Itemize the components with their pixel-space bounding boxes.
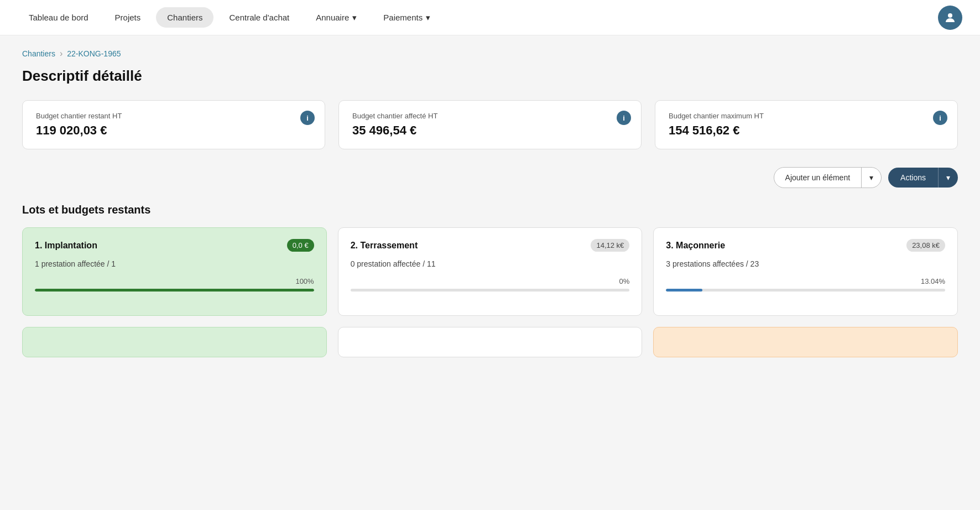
budget-affecte-label: Budget chantier affecté HT: [352, 112, 628, 120]
lot-card-partial-1: [22, 327, 327, 357]
lot-3-footer: 13.04%: [666, 277, 945, 292]
lot-3-badge: 23,08 k€: [906, 239, 945, 252]
budget-affecte-value: 35 496,54 €: [352, 123, 628, 138]
nav-tableau-de-bord[interactable]: Tableau de bord: [18, 7, 100, 28]
lot-2-subtitle: 0 prestation affectée / 11: [351, 259, 630, 268]
nav-centrale-achat[interactable]: Centrale d'achat: [218, 7, 300, 28]
lot-card-1-header: 1. Implantation 0,0 €: [35, 239, 314, 252]
budget-affecte-info-icon[interactable]: i: [617, 111, 631, 125]
actions-dropdown-icon[interactable]: ▾: [938, 168, 958, 188]
nav-projets[interactable]: Projets: [104, 7, 152, 28]
lot-3-title: 3. Maçonnerie: [666, 241, 725, 251]
lot-1-progress-fill: [35, 289, 314, 292]
budget-maximum-label: Budget chantier maximum HT: [669, 112, 944, 120]
budget-restant-label: Budget chantier restant HT: [36, 112, 311, 120]
lot-3-progress-fill: [666, 289, 702, 292]
lot-3-subtitle: 3 prestations affectées / 23: [666, 259, 945, 268]
budget-cards: Budget chantier restant HT 119 020,03 € …: [22, 100, 958, 149]
lot-2-percent: 0%: [351, 277, 630, 285]
chevron-down-icon: ▾: [426, 13, 430, 23]
breadcrumb-current: 22-KONG-1965: [67, 49, 121, 58]
lot-card-partial-3: [653, 327, 958, 357]
svg-point-0: [948, 13, 952, 18]
add-element-button[interactable]: Ajouter un élément ▾: [774, 167, 882, 188]
lot-1-subtitle: 1 prestation affectée / 1: [35, 259, 314, 268]
budget-card-maximum: Budget chantier maximum HT 154 516,62 € …: [655, 100, 958, 149]
lot-1-badge: 0,0 €: [287, 239, 314, 252]
main-content: Chantiers › 22-KONG-1965 Descriptif déta…: [0, 35, 980, 371]
lot-2-progress-bar: [351, 289, 630, 292]
lot-3-progress-bar: [666, 289, 945, 292]
lots-grid: 1. Implantation 0,0 € 1 prestation affec…: [22, 227, 958, 316]
lot-1-footer: 100%: [35, 277, 314, 292]
add-element-dropdown-icon[interactable]: ▾: [861, 168, 881, 188]
add-element-label: Ajouter un élément: [774, 168, 862, 188]
budget-maximum-value: 154 516,62 €: [669, 123, 944, 138]
budget-maximum-info-icon[interactable]: i: [933, 111, 947, 125]
lot-card-3: 3. Maçonnerie 23,08 k€ 3 prestations aff…: [653, 227, 958, 316]
nav-chantiers[interactable]: Chantiers: [156, 7, 213, 28]
navbar: Tableau de bord Projets Chantiers Centra…: [0, 0, 980, 35]
action-bar: Ajouter un élément ▾ Actions ▾: [22, 167, 958, 188]
budget-card-restant: Budget chantier restant HT 119 020,03 € …: [22, 100, 325, 149]
lot-2-badge: 14,12 k€: [591, 239, 629, 252]
breadcrumb-parent[interactable]: Chantiers: [22, 49, 55, 58]
nav-annuaire[interactable]: Annuaire ▾: [305, 7, 368, 28]
lot-card-2: 2. Terrassement 14,12 k€ 0 prestation af…: [338, 227, 643, 316]
nav-paiements[interactable]: Paiements ▾: [372, 7, 441, 28]
user-avatar[interactable]: [938, 6, 962, 30]
lot-1-title: 1. Implantation: [35, 241, 97, 251]
lot-1-percent: 100%: [35, 277, 314, 285]
lots-section-title: Lots et budgets restants: [22, 204, 958, 216]
breadcrumb-separator: ›: [60, 49, 62, 59]
page-title: Descriptif détaillé: [22, 67, 958, 85]
actions-label: Actions: [888, 168, 938, 188]
lot-card-2-header: 2. Terrassement 14,12 k€: [351, 239, 630, 252]
lot-card-partial-2: [338, 327, 643, 357]
lot-card-1: 1. Implantation 0,0 € 1 prestation affec…: [22, 227, 327, 316]
budget-card-affecte: Budget chantier affecté HT 35 496,54 € i: [338, 100, 642, 149]
lot-card-3-header: 3. Maçonnerie 23,08 k€: [666, 239, 945, 252]
breadcrumb: Chantiers › 22-KONG-1965: [22, 49, 958, 59]
actions-button[interactable]: Actions ▾: [888, 168, 958, 188]
chevron-down-icon: ▾: [352, 13, 357, 23]
lot-3-percent: 13.04%: [666, 277, 945, 285]
lot-2-footer: 0%: [351, 277, 630, 292]
lot-2-title: 2. Terrassement: [351, 241, 418, 251]
budget-restant-value: 119 020,03 €: [36, 123, 311, 138]
lot-1-progress-bar: [35, 289, 314, 292]
budget-restant-info-icon[interactable]: i: [300, 111, 315, 125]
